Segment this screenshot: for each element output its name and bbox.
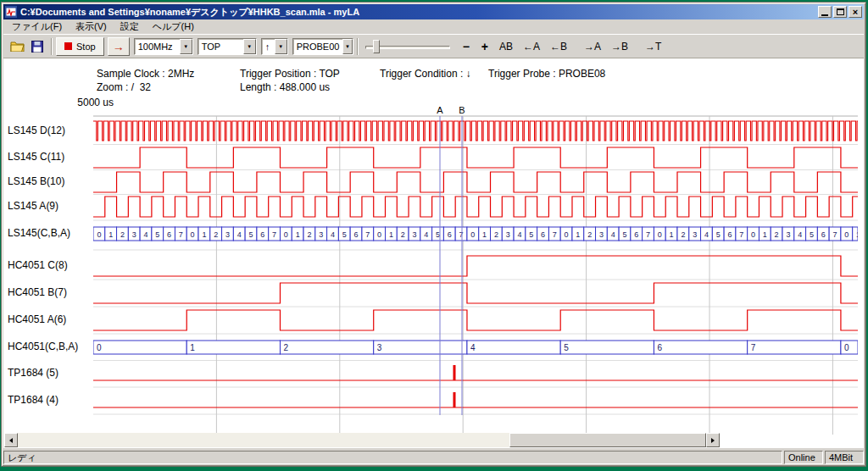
scrollbar-track[interactable] (18, 433, 706, 447)
minimize-icon (821, 14, 828, 16)
toolbar-separator (51, 38, 53, 55)
goto-cursor-b-right-button[interactable]: →B (606, 38, 633, 55)
length-info: Length : 488.000 us (240, 81, 330, 93)
channel-label[interactable]: HC4051 A(6) (8, 313, 66, 325)
run-button[interactable]: → (108, 37, 130, 56)
trigger-edge-value: ↑ (262, 42, 275, 52)
status-ready: レディ (3, 451, 782, 464)
menu-settings[interactable]: 設定 (114, 19, 146, 35)
trigger-probe-select[interactable]: PROBE00 ▼ (292, 38, 353, 55)
trigger-position-select[interactable]: TOP ▼ (198, 38, 257, 55)
status-bar: レディ Online 4MBit (3, 449, 864, 464)
menu-view[interactable]: 表示(V) (69, 19, 114, 35)
floppy-icon (31, 41, 43, 53)
stop-button-label: Stop (76, 42, 96, 52)
sample-clock-value: 100MHz (135, 42, 180, 52)
channel-label[interactable]: HC4051 B(7) (8, 286, 67, 298)
zoom-slider[interactable] (365, 38, 450, 55)
maximize-button[interactable] (833, 6, 847, 18)
channel-label[interactable]: HC4051(C,B,A) (8, 341, 78, 352)
zoom-info: Zoom : / 32 (97, 81, 151, 93)
menubar: ファイル(F) 表示(V) 設定 ヘルプ(H) (3, 19, 864, 34)
window-title: C:¥Documents and Settings¥noname¥デスクトップ¥… (20, 6, 818, 19)
toolbar: Stop → 100MHz ▼ TOP ▼ ↑ ▼ PROBE00 ▼ − + … (3, 34, 864, 58)
status-memory: 4MBit (825, 451, 864, 464)
channel-label[interactable]: LS145 C(11) (8, 151, 64, 163)
zoom-slider-thumb[interactable] (373, 40, 380, 53)
titlebar: C:¥Documents and Settings¥noname¥デスクトップ¥… (3, 4, 864, 19)
close-button[interactable]: × (849, 6, 862, 18)
chevron-down-icon[interactable]: ▼ (180, 39, 192, 54)
sample-clock-select[interactable]: 100MHz ▼ (134, 38, 193, 55)
open-file-button[interactable] (7, 37, 27, 56)
open-folder-icon (10, 41, 25, 52)
app-icon (5, 6, 17, 18)
goto-cursor-a-right-button[interactable]: →A (579, 38, 606, 55)
timescale-label: 5000 us (73, 97, 114, 108)
goto-cursor-b-left-button[interactable]: ←B (545, 38, 572, 55)
sample-clock-info: Sample Clock : 2MHz (97, 68, 194, 80)
channel-label[interactable]: LS145 A(9) (8, 200, 58, 212)
scroll-right-button[interactable] (706, 433, 720, 447)
menu-help[interactable]: ヘルプ(H) (146, 19, 201, 35)
scrollbar-thumb[interactable] (509, 433, 706, 447)
maximize-icon (837, 8, 844, 15)
arrow-right-icon (711, 438, 715, 443)
chevron-down-icon[interactable]: ▼ (243, 39, 256, 54)
chevron-down-icon[interactable]: ▼ (275, 39, 287, 54)
channel-label[interactable]: LS145(C,B,A) (8, 227, 70, 239)
channel-label[interactable]: HC4051 C(8) (8, 259, 68, 271)
channel-label[interactable]: TP1684 (4) (8, 394, 58, 406)
waveform-client-area (3, 58, 864, 448)
channel-label[interactable]: LS145 B(10) (8, 175, 64, 187)
channel-label[interactable]: LS145 D(12) (8, 125, 65, 136)
horizontal-scrollbar[interactable] (4, 433, 720, 447)
trigger-condition-info: Trigger Condition : ↓ (380, 68, 471, 80)
arrow-left-icon (9, 438, 13, 443)
trigger-probe-value: PROBE00 (293, 42, 343, 52)
stop-icon (64, 42, 72, 50)
status-online: Online (784, 451, 823, 464)
goto-trigger-button[interactable]: →T (640, 38, 666, 55)
chevron-down-icon[interactable]: ▼ (342, 39, 352, 54)
scroll-left-button[interactable] (4, 433, 18, 447)
ab-button[interactable]: AB (494, 38, 518, 55)
trigger-position-value: TOP (198, 42, 243, 52)
trigger-position-info: Trigger Position : TOP (240, 68, 340, 80)
goto-cursor-a-left-button[interactable]: ←A (518, 38, 545, 55)
save-file-button[interactable] (27, 37, 47, 56)
menu-file[interactable]: ファイル(F) (5, 19, 69, 35)
run-arrow-icon: → (113, 40, 125, 53)
zoom-in-button[interactable]: + (476, 39, 494, 54)
stop-button[interactable]: Stop (56, 37, 104, 56)
close-icon: × (853, 8, 858, 17)
zoom-out-button[interactable]: − (457, 39, 476, 54)
minimize-button[interactable] (818, 6, 832, 18)
trigger-edge-select[interactable]: ↑ ▼ (261, 38, 288, 55)
app-window: C:¥Documents and Settings¥noname¥デスクトップ¥… (1, 2, 866, 467)
channel-label[interactable]: TP1684 (5) (8, 367, 58, 379)
trigger-probe-info: Trigger Probe : PROBE08 (488, 68, 605, 80)
toolbar-separator (357, 38, 359, 55)
